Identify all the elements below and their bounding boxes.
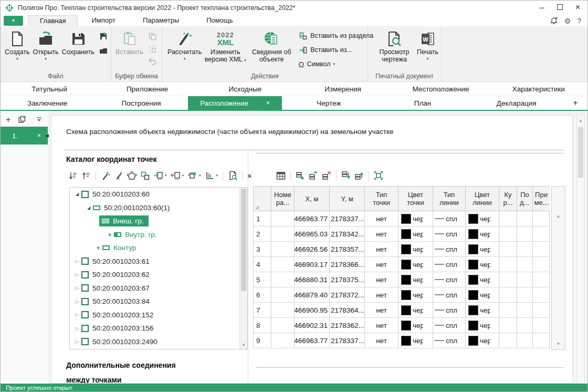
cell-x[interactable]: 466900.95 [295,303,330,317]
checkbox[interactable] [81,271,89,278]
cell-number[interactable] [271,318,295,333]
print-button[interactable]: W Печать ▾ [414,26,441,61]
cell-line-color[interactable]: чер [466,318,499,333]
cell-number[interactable] [271,242,295,256]
object-info-button[interactable]: Сведения об объекте [249,26,294,63]
cell-point-color[interactable]: чер [398,257,433,272]
delete-contour-icon[interactable]: × [247,172,252,180]
scroll-thumb[interactable] [241,189,246,291]
cell-number[interactable] [271,303,295,317]
close-tab-icon[interactable]: × [266,99,270,107]
tab-titulny[interactable]: Титульный [1,82,98,96]
cell-point-type[interactable]: нет [365,211,398,226]
cell-number[interactable] [271,272,295,287]
scroll-up-icon[interactable]: ▲ [552,214,565,219]
axes-icon[interactable]: x [205,171,214,180]
change-xml-version-button[interactable]: 2022 XML Изменить версию XML ▾ [202,26,249,64]
cell-point-type[interactable]: нет [365,318,398,333]
sort-ascending-icon[interactable] [81,171,91,180]
cell-point-type[interactable]: нет [365,333,398,348]
tree-item[interactable]: ▷ 50:20:0010203:84 [70,295,247,308]
calculate-points-icon[interactable] [101,171,110,180]
cell-point-type[interactable]: нет [365,226,398,241]
symbol-button[interactable]: Ω Символ ▾ [298,59,373,69]
cell-x[interactable]: 466926.56 [295,242,330,256]
cell-line-type[interactable]: спл [433,242,466,256]
cell-point-color[interactable]: чер [398,303,433,317]
cell-point-color[interactable]: чер [398,287,433,302]
tab-deklaratsiya[interactable]: Декларация [469,96,563,110]
table-row[interactable]: 4 466903.17 2178366... нет чер спл чер [254,257,550,272]
insert-from-button[interactable]: Вставить из... [298,45,373,55]
tree-item[interactable]: ▷ 50:20:0010203:62 [70,268,247,282]
move-row-down-icon[interactable] [341,171,351,180]
open-recent-icon[interactable] [99,46,108,56]
select-all-corner-icon[interactable] [255,205,259,209]
cell-line-color[interactable]: чер [466,333,499,348]
tab-izmereniya[interactable]: Измерения [294,82,392,96]
menu-tab-glavnaya[interactable]: Главная [28,15,78,26]
copy-page-icon[interactable] [17,115,27,125]
cell-x[interactable]: 466965.03 [295,226,330,241]
tree-item-selected[interactable]: Внеш. гр. [70,214,247,228]
app-menu-button[interactable]: ▼ [4,16,23,26]
table-row[interactable]: 7 466900.95 2178364... нет чер спл чер [254,303,550,318]
polygon-icon[interactable] [127,171,136,180]
page-scrollbar[interactable]: ▲ [576,115,585,384]
add-tab-button[interactable]: + [563,96,587,110]
cell-line-color[interactable]: чер [466,303,499,317]
copy-contour-icon[interactable] [140,171,150,180]
expand-table-icon[interactable] [374,171,383,180]
scroll-down-icon[interactable]: ▼ [552,342,565,346]
table-row[interactable]: 8 466902.31 2178362... нет чер спл чер [254,318,550,333]
calculate-button[interactable]: Рассчитать ▾ [167,26,202,61]
minimize-button[interactable]: ─ [539,4,544,11]
cell-number[interactable] [271,287,295,302]
cell-line-color[interactable]: чер [466,272,499,287]
cell-x[interactable]: 466963.77 [295,333,330,348]
expander-closed-icon[interactable]: ▷ [73,339,81,344]
checkbox[interactable] [81,284,89,292]
tree-item[interactable]: ▷ 50:20:0010203:67 [70,282,247,295]
cell-y[interactable]: 2178337... [330,333,365,348]
preview-points-icon[interactable] [228,171,237,180]
tree-item[interactable]: ◢ 50:20:0010203:60 [70,188,247,201]
create-button[interactable]: Создать ▾ [5,26,30,61]
tree-item[interactable]: ◢ 50:20:0010203:60(1) [70,201,247,215]
help-icon[interactable]: ? [577,17,581,25]
cell-point-type[interactable]: нет [365,287,398,302]
cell-line-color[interactable]: чер [466,242,499,256]
cell-line-color[interactable]: чер [466,287,499,302]
expander-open-icon[interactable]: ◢ [73,192,81,197]
save-button[interactable]: Сохранить [62,26,94,56]
cell-line-color[interactable]: чер [466,211,499,226]
cell-y[interactable]: 2178362... [330,318,365,333]
tab-prilozhenie[interactable]: Приложение [98,82,196,96]
cell-x[interactable]: 466903.17 [295,257,330,272]
cell-point-type[interactable]: нет [365,272,398,287]
cell-line-type[interactable]: спл [433,257,466,272]
sidebar-collapse-icon[interactable]: ◀ [45,133,49,138]
expander-closed-icon[interactable]: ▷ [73,312,81,317]
cell-number[interactable] [271,333,295,348]
checkbox[interactable] [81,298,89,305]
expand-plus-icon[interactable]: + [106,231,114,239]
cell-y[interactable]: 2178372... [330,287,365,302]
cell-point-color[interactable]: чер [398,272,433,287]
tree-item[interactable]: ▷ 50:20:0010203:152 [70,308,247,322]
scroll-thumb[interactable] [578,127,583,178]
cell-line-type[interactable]: спл [433,318,466,333]
tree-item[interactable]: ▷ 50:20:0010203:156 [70,322,247,335]
cell-line-type[interactable]: спл [433,272,466,287]
delete-row-icon[interactable] [322,171,331,180]
save-as-icon[interactable] [99,32,108,41]
cell-y[interactable]: 2178342... [330,226,365,241]
cell-line-type[interactable]: спл [433,333,466,348]
renumber-points-icon[interactable]: H1 [114,171,123,180]
checkbox[interactable] [81,191,89,198]
cell-x[interactable]: 466880.31 [295,272,330,287]
scroll-down-icon[interactable]: ▼ [240,343,247,347]
notifications-bell-icon[interactable] [550,17,558,25]
expander-closed-icon[interactable]: ▷ [73,285,81,291]
tab-mestopolozhenie[interactable]: Местоположение [392,82,489,96]
